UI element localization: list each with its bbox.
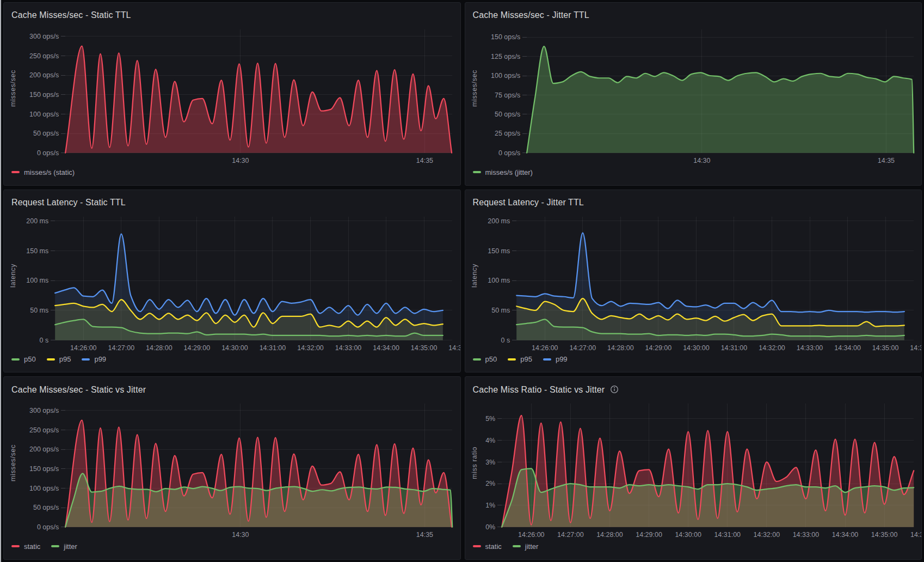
legend-item-misses-s-static-[interactable]: misses/s (static) — [11, 169, 75, 176]
series-p99-fill — [516, 233, 904, 340]
legend-item-jitter[interactable]: jitter — [513, 543, 539, 550]
y-tick-label: 100 ms — [488, 277, 510, 284]
x-tick-label: 14:34:00 — [831, 531, 858, 539]
y-tick-label: 100 ops/s — [491, 72, 520, 80]
legend-series-label: static — [485, 543, 502, 550]
legend-series-label: p50 — [24, 356, 36, 363]
series-p99-fill — [55, 234, 443, 340]
legend: p50p95p99 — [4, 354, 460, 372]
x-tick-label: 14:31:00 — [714, 531, 741, 539]
x-tick-label: 14:35:00 — [411, 344, 438, 351]
panel-header: Cache Misses/sec - Static vs Jitter — [4, 377, 460, 398]
x-tick-label: 14:31:00 — [720, 344, 747, 351]
y-tick-label: 150 ms — [488, 247, 510, 254]
y-tick-label: 250 ops/s — [29, 426, 59, 434]
chart-area: misses/sec 0 ops/s25 ops/s50 ops/s75 ops… — [465, 24, 922, 167]
y-tick-label: 50 ms — [491, 307, 510, 314]
x-tick-label: 14:30:00 — [221, 344, 248, 351]
y-tick-label: 125 ops/s — [491, 53, 520, 60]
legend-series-swatch — [11, 171, 20, 173]
legend: staticjitter — [465, 541, 922, 559]
chart-area: misses/sec 0 ops/s50 ops/s100 ops/s150 o… — [4, 398, 460, 541]
legend-series-label: p50 — [485, 356, 497, 363]
legend: misses/s (jitter) — [465, 167, 922, 185]
legend-series-swatch — [51, 545, 59, 547]
chart-canvas-latency-static[interactable]: 0 s50 ms100 ms150 ms200 ms14:26:0014:27:… — [4, 211, 460, 355]
chart-area: miss ratio 0%1%2%3%4%5%14:26:0014:27:001… — [465, 398, 922, 541]
chart-canvas-latency-jitter[interactable]: 0 s50 ms100 ms150 ms200 ms14:26:0014:27:… — [465, 211, 922, 355]
x-tick-label: 14:29:00 — [184, 344, 211, 351]
x-tick-label: 14:34:00 — [834, 344, 861, 351]
panel-title-latency-jitter[interactable]: Request Latency - Jitter TTL — [473, 197, 584, 207]
legend-series-label: p95 — [520, 356, 532, 363]
legend-series-label: p99 — [556, 356, 568, 363]
x-tick-label: 14:33:00 — [792, 531, 819, 539]
legend-item-p95[interactable]: p95 — [508, 356, 532, 363]
y-tick-label: 100 ops/s — [29, 111, 59, 118]
panel-title-latency-static[interactable]: Request Latency - Static TTL — [11, 197, 126, 207]
x-tick-label: 14:33:00 — [335, 344, 362, 351]
x-tick-label: 14:27:00 — [557, 531, 584, 539]
legend-series-swatch — [508, 358, 516, 361]
x-tick-label: 14:27:00 — [569, 344, 596, 351]
chart-canvas-misses-jitter[interactable]: 0 ops/s25 ops/s50 ops/s75 ops/s100 ops/s… — [465, 24, 922, 167]
legend-item-p50[interactable]: p50 — [473, 356, 497, 363]
legend: staticjitter — [4, 541, 460, 559]
panel-title-cache-misses-jitter[interactable]: Cache Misses/sec - Jitter TTL — [473, 10, 589, 20]
panel-cache-misses-compare: Cache Misses/sec - Static vs Jitter miss… — [3, 376, 461, 560]
y-tick-label: 5% — [485, 415, 495, 423]
y-tick-label: 0% — [485, 523, 495, 531]
panel-header: Request Latency - Jitter TTL — [465, 190, 922, 211]
y-tick-label: 1% — [485, 502, 495, 509]
y-tick-label: 300 ops/s — [29, 33, 59, 40]
x-tick-label: 14:26:00 — [518, 531, 545, 539]
x-tick-label: 14:32:00 — [753, 531, 780, 539]
x-tick-label: 14:35 — [877, 157, 894, 164]
legend-item-static[interactable]: static — [473, 543, 502, 550]
panel-header: Cache Misses/sec - Static TTL — [4, 3, 460, 24]
legend-item-p99[interactable]: p99 — [82, 356, 106, 363]
chart-canvas-miss-ratio[interactable]: 0%1%2%3%4%5%14:26:0014:27:0014:28:0014:2… — [465, 398, 922, 541]
panel-header: Request Latency - Static TTL — [4, 190, 460, 211]
legend-series-swatch — [473, 358, 481, 361]
legend-series-swatch — [82, 358, 90, 361]
y-tick-label: 100 ms — [26, 277, 48, 284]
x-tick-label: 14:29:00 — [636, 531, 662, 539]
series-misses-s-jitter--fill — [527, 46, 914, 153]
legend-item-p99[interactable]: p99 — [543, 356, 568, 363]
x-tick-label: 14:27:00 — [108, 344, 135, 351]
y-tick-label: 200 ms — [488, 217, 510, 225]
legend-item-p50[interactable]: p50 — [11, 356, 36, 363]
x-tick-label: 14:35:00 — [871, 531, 897, 539]
legend-series-swatch — [11, 358, 20, 361]
x-tick-label: 14:30 — [232, 531, 249, 539]
panel-cache-miss-ratio: Cache Miss Ratio - Static vs Jitter miss… — [465, 376, 922, 560]
legend-series-label: misses/s (static) — [24, 169, 75, 176]
panel-header: Cache Misses/sec - Jitter TTL — [465, 3, 922, 24]
legend-item-misses-s-jitter-[interactable]: misses/s (jitter) — [473, 169, 533, 176]
y-tick-label: 0 s — [501, 337, 510, 344]
y-tick-label: 200 ms — [26, 217, 48, 225]
legend-series-swatch — [47, 358, 55, 361]
chart-canvas-misses-static[interactable]: 0 ops/s50 ops/s100 ops/s150 ops/s200 ops… — [4, 24, 460, 167]
series-fills — [527, 46, 914, 153]
panel-latency-jitter: Request Latency - Jitter TTL latency 0 s… — [465, 190, 922, 373]
panel-cache-misses-static: Cache Misses/sec - Static TTL misses/sec… — [3, 2, 461, 186]
y-tick-label: 0 s — [40, 337, 49, 344]
y-tick-label: 50 ops/s — [495, 111, 520, 118]
legend-item-jitter[interactable]: jitter — [51, 543, 77, 550]
x-tick-label: 14:30:00 — [683, 344, 710, 351]
x-tick-label: 14:35 — [416, 157, 433, 164]
x-tick-label: 14:30:00 — [675, 531, 701, 539]
panel-title-cache-misses-static[interactable]: Cache Misses/sec - Static TTL — [11, 10, 131, 20]
panel-latency-static: Request Latency - Static TTL latency 0 s… — [3, 190, 461, 373]
legend: p50p95p99 — [465, 354, 922, 372]
x-tick-label: 14:28:00 — [146, 344, 173, 351]
info-icon[interactable] — [610, 385, 619, 394]
chart-canvas-misses-compare[interactable]: 0 ops/s50 ops/s100 ops/s150 ops/s200 ops… — [4, 398, 460, 541]
panel-title-cache-miss-ratio[interactable]: Cache Miss Ratio - Static vs Jitter — [473, 384, 605, 395]
legend-item-p95[interactable]: p95 — [47, 356, 71, 363]
panel-title-cache-misses-compare[interactable]: Cache Misses/sec - Static vs Jitter — [11, 384, 146, 395]
legend-item-static[interactable]: static — [11, 543, 40, 550]
x-tick-label: 14:36:00 — [910, 531, 921, 539]
